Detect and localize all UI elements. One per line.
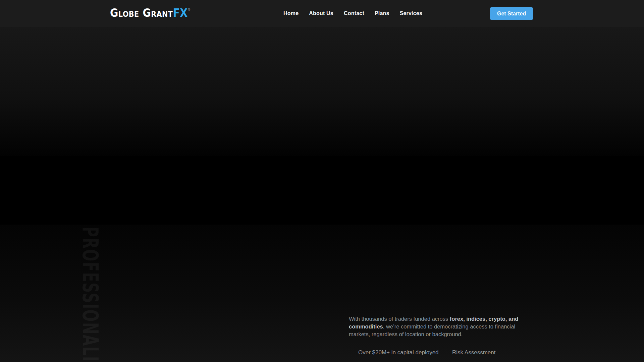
features-column-1: Over $20M+ in capital deployed Traders f… (358, 349, 439, 362)
feature-item-risk: Risk Assessment (452, 349, 500, 356)
brand-logo[interactable]: Globe GrantFX® (110, 7, 191, 19)
feature-item-consulting: Trading Consulting (452, 361, 500, 362)
hero-section (0, 27, 644, 225)
nav-item-services[interactable]: Services (400, 10, 422, 16)
registered-mark-icon: ® (188, 8, 190, 11)
about-paragraph: With thousands of traders funded across … (349, 315, 521, 338)
nav-item-home[interactable]: Home (283, 10, 299, 16)
hero-media (0, 156, 644, 225)
nav-item-contact[interactable]: Contact (344, 10, 364, 16)
about-paragraph-start: With thousands of traders funded across (349, 316, 450, 322)
main-nav: Home About Us Contact Plans Services (283, 0, 422, 27)
feature-item-capital: Over $20M+ in capital deployed (358, 349, 439, 356)
brand-name: Globe Grant (110, 7, 173, 19)
nav-item-plans[interactable]: Plans (375, 10, 389, 16)
feature-item-countries: Traders from 100+ countries (358, 361, 439, 362)
get-started-button[interactable]: Get Started (490, 7, 533, 20)
watermark-text: PROFESSIONALISM (78, 227, 103, 362)
site-header: Globe GrantFX® Home About Us Contact Pla… (0, 0, 644, 27)
about-section: PROFESSIONALISM With thousands of trader… (0, 225, 644, 362)
brand-accent: FX (173, 7, 187, 19)
features-column-2: Risk Assessment Trading Consulting (452, 349, 500, 362)
nav-item-about-us[interactable]: About Us (309, 10, 333, 16)
